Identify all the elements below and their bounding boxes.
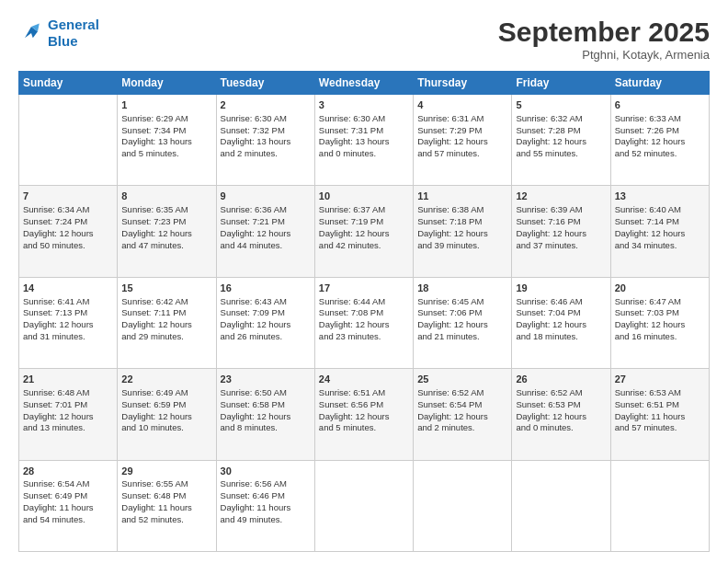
day-info-line: Daylight: 11 hours — [121, 502, 211, 514]
table-row: 4Sunrise: 6:31 AMSunset: 7:29 PMDaylight… — [414, 95, 512, 186]
table-row: 5Sunrise: 6:32 AMSunset: 7:28 PMDaylight… — [512, 95, 610, 186]
day-number: 30 — [221, 465, 311, 478]
day-info-line: and 29 minutes. — [121, 331, 211, 343]
day-info-line: Daylight: 12 hours — [319, 228, 409, 240]
day-number: 19 — [516, 282, 606, 295]
day-number: 27 — [615, 373, 705, 386]
day-info-line: Daylight: 12 hours — [23, 411, 113, 423]
table-row: 26Sunrise: 6:52 AMSunset: 6:53 PMDayligh… — [512, 369, 610, 460]
day-info-line: and 10 minutes. — [121, 422, 211, 434]
day-number: 24 — [319, 373, 409, 386]
day-info-line: Daylight: 12 hours — [615, 136, 705, 148]
table-row — [512, 460, 610, 551]
day-info-line: and 0 minutes. — [319, 148, 409, 160]
week-row-4: 21Sunrise: 6:48 AMSunset: 7:01 PMDayligh… — [19, 369, 710, 460]
day-info-line: Daylight: 12 hours — [516, 136, 606, 148]
day-info-line: and 47 minutes. — [121, 240, 211, 252]
table-row: 30Sunrise: 6:56 AMSunset: 6:46 PMDayligh… — [216, 460, 314, 551]
day-info-line: and 26 minutes. — [221, 331, 311, 343]
day-info-line: Sunset: 7:21 PM — [221, 216, 311, 228]
header: General Blue September 2025 Ptghni, Kota… — [18, 17, 710, 62]
day-info-line: Sunrise: 6:55 AM — [121, 478, 211, 490]
day-info-line: Sunrise: 6:43 AM — [221, 296, 311, 308]
day-info-line: Sunrise: 6:54 AM — [23, 478, 113, 490]
day-info-line: Sunset: 6:59 PM — [121, 399, 211, 411]
day-info-line: Sunset: 7:18 PM — [417, 216, 507, 228]
col-sunday: Sunday — [19, 72, 118, 95]
day-info-line: Daylight: 11 hours — [23, 502, 113, 514]
day-number: 3 — [319, 98, 409, 112]
week-row-3: 14Sunrise: 6:41 AMSunset: 7:13 PMDayligh… — [19, 277, 710, 368]
col-thursday: Thursday — [414, 72, 512, 95]
day-info-line: and 18 minutes. — [516, 331, 606, 343]
day-info-line: Sunrise: 6:51 AM — [319, 387, 409, 399]
day-info-line: Daylight: 11 hours — [221, 502, 311, 514]
table-row: 1Sunrise: 6:29 AMSunset: 7:34 PMDaylight… — [118, 95, 216, 186]
day-number: 21 — [23, 373, 113, 386]
day-info-line: and 54 minutes. — [23, 514, 113, 526]
day-info-line: Sunset: 7:32 PM — [221, 125, 311, 137]
day-info-line: Sunrise: 6:53 AM — [615, 387, 705, 399]
day-info-line: and 5 minutes. — [319, 422, 409, 434]
table-row: 13Sunrise: 6:40 AMSunset: 7:14 PMDayligh… — [610, 186, 709, 277]
day-info-line: Daylight: 12 hours — [319, 319, 409, 331]
day-info-line: Sunrise: 6:52 AM — [516, 387, 606, 399]
day-info-line: and 57 minutes. — [417, 148, 507, 160]
day-info-line: and 52 minutes. — [615, 148, 705, 160]
day-info-line: Sunset: 6:56 PM — [319, 399, 409, 411]
table-row: 20Sunrise: 6:47 AMSunset: 7:03 PMDayligh… — [610, 277, 709, 368]
day-info-line: and 2 minutes. — [417, 422, 507, 434]
table-row: 15Sunrise: 6:42 AMSunset: 7:11 PMDayligh… — [118, 277, 216, 368]
day-info-line: and 55 minutes. — [516, 148, 606, 160]
day-info-line: Sunset: 7:11 PM — [121, 307, 211, 319]
day-info-line: and 44 minutes. — [221, 240, 311, 252]
day-info-line: Sunset: 7:14 PM — [615, 216, 705, 228]
day-info-line: Sunset: 6:49 PM — [23, 490, 113, 502]
day-number: 12 — [516, 190, 606, 203]
col-saturday: Saturday — [610, 72, 709, 95]
logo-text: General Blue — [48, 17, 99, 50]
day-info-line: Sunrise: 6:52 AM — [417, 387, 507, 399]
table-row: 25Sunrise: 6:52 AMSunset: 6:54 PMDayligh… — [414, 369, 512, 460]
day-info-line: Daylight: 12 hours — [121, 411, 211, 423]
page: General Blue September 2025 Ptghni, Kota… — [0, 0, 728, 563]
day-info-line: and 57 minutes. — [615, 422, 705, 434]
location-subtitle: Ptghni, Kotayk, Armenia — [498, 48, 710, 62]
day-info-line: Sunrise: 6:50 AM — [221, 387, 311, 399]
day-number: 29 — [121, 465, 211, 478]
col-monday: Monday — [118, 72, 216, 95]
day-info-line: and 37 minutes. — [516, 240, 606, 252]
day-info-line: Sunset: 6:53 PM — [516, 399, 606, 411]
day-info-line: Sunset: 7:19 PM — [319, 216, 409, 228]
day-number: 20 — [615, 282, 705, 295]
day-info-line: Sunrise: 6:38 AM — [417, 204, 507, 216]
day-info-line: Sunrise: 6:34 AM — [23, 204, 113, 216]
day-info-line: and 13 minutes. — [23, 422, 113, 434]
day-number: 14 — [23, 282, 113, 295]
day-info-line: Sunset: 7:29 PM — [417, 125, 507, 137]
day-info-line: and 0 minutes. — [516, 422, 606, 434]
table-row: 28Sunrise: 6:54 AMSunset: 6:49 PMDayligh… — [19, 460, 118, 551]
day-number: 22 — [121, 373, 211, 386]
table-row: 17Sunrise: 6:44 AMSunset: 7:08 PMDayligh… — [314, 277, 413, 368]
day-number: 28 — [23, 465, 113, 478]
day-info-line: Daylight: 12 hours — [319, 411, 409, 423]
day-number: 5 — [516, 98, 606, 112]
col-wednesday: Wednesday — [314, 72, 413, 95]
col-tuesday: Tuesday — [216, 72, 314, 95]
day-info-line: Daylight: 13 hours — [121, 136, 211, 148]
table-row: 24Sunrise: 6:51 AMSunset: 6:56 PMDayligh… — [314, 369, 413, 460]
day-info-line: and 49 minutes. — [221, 514, 311, 526]
table-row: 27Sunrise: 6:53 AMSunset: 6:51 PMDayligh… — [610, 369, 709, 460]
day-info-line: Sunrise: 6:44 AM — [319, 296, 409, 308]
day-info-line: and 23 minutes. — [319, 331, 409, 343]
day-info-line: and 42 minutes. — [319, 240, 409, 252]
day-info-line: Sunset: 7:34 PM — [121, 125, 211, 137]
day-info-line: Sunset: 7:09 PM — [221, 307, 311, 319]
day-info-line: Sunset: 7:24 PM — [23, 216, 113, 228]
month-title: September 2025 — [498, 17, 710, 48]
day-info-line: Sunset: 7:23 PM — [121, 216, 211, 228]
table-row: 21Sunrise: 6:48 AMSunset: 7:01 PMDayligh… — [19, 369, 118, 460]
day-info-line: Sunrise: 6:39 AM — [516, 204, 606, 216]
day-number: 23 — [221, 373, 311, 386]
